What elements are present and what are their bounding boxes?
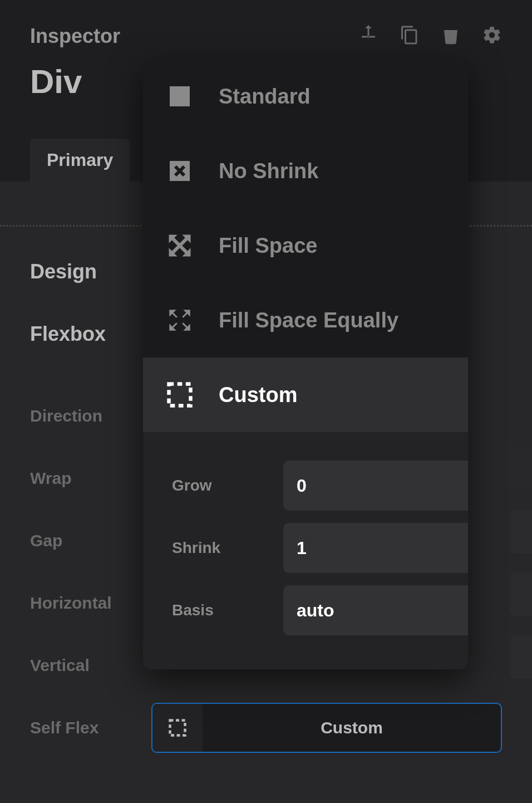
self-flex-row: Self Flex Custom: [30, 697, 502, 759]
grow-input[interactable]: [283, 461, 468, 511]
option-standard[interactable]: Standard: [143, 59, 468, 134]
svg-rect-0: [170, 86, 190, 106]
shrink-input[interactable]: [283, 523, 468, 573]
custom-dashed-icon: [165, 380, 194, 409]
option-no-shrink-label: No Shrink: [219, 159, 318, 183]
delete-icon[interactable]: [441, 25, 461, 47]
shrink-row: Shrink: [172, 517, 439, 579]
square-x-icon: [165, 156, 194, 185]
option-fill-space-equally[interactable]: Fill Space Equally: [143, 283, 468, 358]
self-flex-value: Custom: [203, 718, 501, 737]
self-flex-popup: Standard No Shrink Fill Space Fill Space…: [143, 59, 468, 669]
basis-row: Basis: [172, 579, 439, 642]
option-fill-space[interactable]: Fill Space: [143, 208, 468, 283]
option-standard-label: Standard: [219, 85, 311, 109]
header-top-row: Inspector: [30, 25, 502, 48]
move-up-icon[interactable]: [358, 25, 378, 47]
option-custom[interactable]: Custom: [143, 358, 468, 432]
option-no-shrink[interactable]: No Shrink: [143, 134, 468, 208]
option-custom-label: Custom: [219, 383, 297, 407]
tab-primary[interactable]: Primary: [30, 139, 130, 182]
square-icon: [165, 82, 194, 111]
grow-label: Grow: [172, 477, 283, 494]
expand-all-icon: [165, 306, 194, 335]
option-fill-space-label: Fill Space: [219, 234, 317, 258]
inspector-title: Inspector: [30, 25, 120, 48]
header-action-icons: [358, 25, 502, 47]
basis-label: Basis: [172, 601, 283, 619]
basis-input[interactable]: [283, 585, 468, 635]
expand-diagonal-icon: [165, 231, 194, 260]
custom-dashed-icon: [152, 704, 203, 752]
gear-icon[interactable]: [482, 25, 502, 47]
grow-row: Grow: [172, 454, 439, 517]
self-flex-dropdown[interactable]: Custom: [151, 703, 502, 753]
copy-icon[interactable]: [400, 25, 420, 47]
option-fill-space-equally-label: Fill Space Equally: [219, 309, 398, 332]
custom-values-panel: Grow Shrink Basis: [143, 432, 468, 669]
self-flex-label: Self Flex: [30, 718, 141, 737]
tab-bar: Primary: [30, 139, 130, 182]
shrink-label: Shrink: [172, 539, 283, 557]
svg-rect-2: [169, 384, 191, 406]
